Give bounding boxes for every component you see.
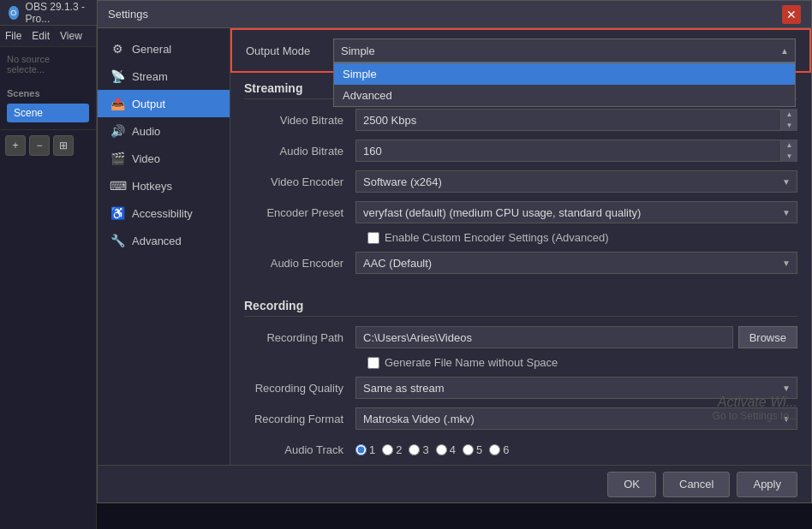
audio-track-controls: 1 2 3 4 5 6 xyxy=(355,443,509,456)
output-mode-dropdown: Simple Advanced xyxy=(333,62,796,107)
hotkeys-icon: ⌨ xyxy=(110,179,125,193)
obs-title: OBS 29.1.3 - Pro... xyxy=(26,1,88,25)
encoder-preset-label: Encoder Preset xyxy=(244,206,355,219)
scenes-panel: Scenes Scene xyxy=(0,81,96,129)
output-mode-label: Output Mode xyxy=(246,45,323,57)
nav-label-audio: Audio xyxy=(132,125,160,138)
recording-quality-label: Recording Quality xyxy=(244,382,355,395)
audio-bitrate-up[interactable]: ▲ xyxy=(780,140,797,151)
track-6-radio[interactable] xyxy=(489,444,500,455)
nav-label-general: General xyxy=(132,43,171,56)
video-bitrate-wrap: ▲ ▼ xyxy=(355,109,797,131)
scene-item[interactable]: Scene xyxy=(7,104,89,122)
scenes-title: Scenes xyxy=(7,88,89,98)
recording-format-label: Recording Format xyxy=(244,413,355,425)
watermark-sub: Go to Settings to... xyxy=(713,410,797,422)
video-encoder-select[interactable]: Software (x264) xyxy=(355,170,797,193)
menu-file[interactable]: File xyxy=(5,30,21,42)
audio-encoder-wrap: AAC (Default) ▼ xyxy=(355,252,797,274)
audio-track-row: Audio Track 1 2 3 4 5 6 xyxy=(244,437,797,461)
output-icon: 📤 xyxy=(110,97,125,110)
scene-filter-button[interactable]: ⊞ xyxy=(53,135,74,156)
track-5-label[interactable]: 5 xyxy=(463,443,482,456)
nav-item-output[interactable]: 📤 Output xyxy=(98,90,230,117)
dropdown-option-advanced[interactable]: Advanced xyxy=(334,85,795,106)
output-mode-bar: Output Mode Simple ▲ Simple Advanced xyxy=(230,28,811,73)
video-encoder-wrap: Software (x264) ▼ xyxy=(355,170,797,193)
custom-encoder-checkbox[interactable] xyxy=(367,232,379,244)
video-bitrate-spinner: ▲ ▼ xyxy=(780,109,797,131)
remove-scene-button[interactable]: − xyxy=(29,135,50,156)
nav-item-stream[interactable]: 📡 Stream xyxy=(98,62,230,90)
accessibility-icon: ♿ xyxy=(110,206,125,220)
menu-view[interactable]: View xyxy=(60,30,82,42)
settings-close-button[interactable]: ✕ xyxy=(782,5,801,24)
recording-section: Recording Recording Path Browse Generate… xyxy=(230,290,811,465)
encoder-preset-row: Encoder Preset veryfast (default) (mediu… xyxy=(244,200,797,224)
track-3-label[interactable]: 3 xyxy=(409,443,428,456)
settings-body: ⚙ General 📡 Stream 📤 Output 🔊 Audio 🎬 xyxy=(98,28,811,465)
custom-encoder-row: Enable Custom Encoder Settings (Advanced… xyxy=(244,231,797,244)
stream-icon: 📡 xyxy=(110,69,125,83)
gen-filename-label: Generate File Name without Space xyxy=(385,356,558,369)
cancel-button[interactable]: Cancel xyxy=(663,472,730,497)
encoder-preset-wrap: veryfast (default) (medium CPU usage, st… xyxy=(355,201,797,223)
browse-button[interactable]: Browse xyxy=(738,326,797,348)
nav-label-hotkeys: Hotkeys xyxy=(132,180,172,193)
track-3-radio[interactable] xyxy=(409,444,420,455)
gen-filename-row: Generate File Name without Space xyxy=(244,356,797,369)
track-4-label[interactable]: 4 xyxy=(436,443,456,456)
ok-button[interactable]: OK xyxy=(607,472,656,497)
obs-bottom-bar: + − ⊞ xyxy=(0,129,96,161)
no-source-text: No source selecte... xyxy=(0,47,96,81)
obs-menubar: File Edit View xyxy=(0,26,96,47)
track-6-label[interactable]: 6 xyxy=(489,443,509,456)
encoder-preset-select[interactable]: veryfast (default) (medium CPU usage, st… xyxy=(355,201,797,223)
audio-bitrate-label: Audio Bitrate xyxy=(244,145,355,158)
video-bitrate-label: Video Bitrate xyxy=(244,114,355,127)
apply-button[interactable]: Apply xyxy=(737,472,797,497)
nav-label-output: Output xyxy=(132,98,165,110)
audio-bitrate-input[interactable] xyxy=(355,140,797,162)
video-bitrate-up[interactable]: ▲ xyxy=(780,109,797,120)
audio-bitrate-down[interactable]: ▼ xyxy=(780,151,797,162)
dropdown-option-simple[interactable]: Simple xyxy=(334,63,795,85)
nav-label-video: Video xyxy=(132,152,160,165)
track-1-label[interactable]: 1 xyxy=(355,443,375,456)
settings-sidebar: ⚙ General 📡 Stream 📤 Output 🔊 Audio 🎬 xyxy=(98,28,230,465)
audio-track-label: Audio Track xyxy=(244,443,355,456)
track-1-radio[interactable] xyxy=(355,444,367,455)
watermark-area: Activate Wi... Go to Settings to... xyxy=(713,395,797,422)
nav-item-accessibility[interactable]: ♿ Accessibility xyxy=(98,199,230,227)
nav-label-stream: Stream xyxy=(132,70,168,83)
custom-encoder-label: Enable Custom Encoder Settings (Advanced… xyxy=(385,231,609,244)
advanced-icon: 🔧 xyxy=(110,234,125,247)
nav-item-video[interactable]: 🎬 Video xyxy=(98,145,230,172)
recording-section-header: Recording xyxy=(244,299,797,317)
video-bitrate-down[interactable]: ▼ xyxy=(780,120,797,131)
settings-dialog: Settings ✕ ⚙ General 📡 Stream 📤 Output xyxy=(97,0,812,503)
recording-path-input[interactable] xyxy=(355,326,733,348)
nav-item-audio[interactable]: 🔊 Audio xyxy=(98,117,230,145)
nav-item-advanced[interactable]: 🔧 Advanced xyxy=(98,227,230,254)
audio-encoder-label: Audio Encoder xyxy=(244,257,355,270)
output-mode-select[interactable]: Simple ▲ xyxy=(333,39,796,62)
recording-path-row: Recording Path Browse xyxy=(244,325,797,349)
video-bitrate-row: Video Bitrate ▲ ▼ xyxy=(244,108,797,132)
video-bitrate-input[interactable] xyxy=(355,109,797,131)
track-4-radio[interactable] xyxy=(436,444,447,455)
add-scene-button[interactable]: + xyxy=(5,135,26,156)
nav-item-hotkeys[interactable]: ⌨ Hotkeys xyxy=(98,172,230,199)
track-2-radio[interactable] xyxy=(382,444,393,455)
gen-filename-checkbox[interactable] xyxy=(367,357,379,369)
track-5-radio[interactable] xyxy=(463,444,474,455)
recording-path-label: Recording Path xyxy=(244,331,355,344)
nav-item-general[interactable]: ⚙ General xyxy=(98,35,230,62)
audio-bitrate-row: Audio Bitrate ▲ ▼ xyxy=(244,139,797,163)
nav-label-advanced: Advanced xyxy=(132,235,182,247)
audio-encoder-select[interactable]: AAC (Default) xyxy=(355,252,797,274)
track-2-label[interactable]: 2 xyxy=(382,443,402,456)
audio-icon: 🔊 xyxy=(110,124,125,138)
menu-edit[interactable]: Edit xyxy=(32,30,50,42)
watermark-title: Activate Wi... xyxy=(713,395,797,410)
